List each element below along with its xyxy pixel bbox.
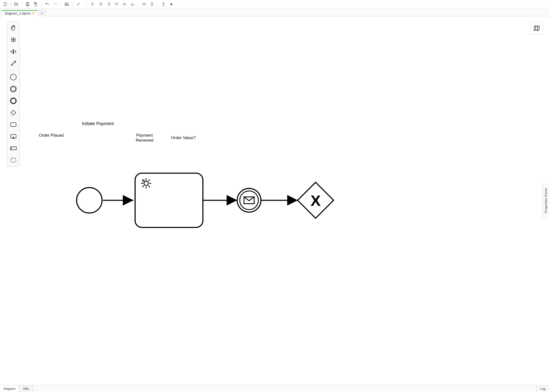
svg-rect-16 [117,3,118,4]
dirty-indicator-icon [32,12,35,15]
file-tab[interactable]: diagram_1.bpmn [1,10,38,16]
distribute-v-button[interactable] [148,1,156,8]
intermediate-event-label[interactable]: Payment Received [130,133,159,143]
align-center-h-button[interactable] [97,1,105,8]
svg-point-30 [77,188,102,213]
create-subprocess[interactable] [7,131,19,142]
toolbar-separator [72,1,73,7]
toolbar-separator [158,1,158,7]
color-dropdown[interactable]: ▾ [83,3,85,5]
start-event-label[interactable]: Order Placed [37,133,65,138]
svg-rect-23 [142,3,143,5]
log-toggle[interactable]: Log [536,385,549,392]
svg-rect-56 [11,123,16,127]
top-toolbar: ▾ ▾ [0,0,549,8]
toolbar-separator [87,1,87,7]
toolbar-separator [138,1,138,7]
file-tabbar: diagram_1.bpmn + [0,8,549,16]
svg-rect-61 [10,147,16,150]
bottom-bar: Diagram XML Log [0,385,549,392]
global-connect-tool[interactable] [7,58,19,69]
save-all-button[interactable] [32,1,39,8]
create-end-event[interactable] [7,95,19,107]
save-button[interactable] [24,1,31,8]
open-file-button[interactable] [12,1,20,8]
service-task-node[interactable] [135,173,203,228]
svg-rect-6 [92,3,94,4]
diagram-view-tab[interactable]: Diagram [0,385,19,392]
svg-rect-22 [133,4,134,5]
svg-rect-28 [151,5,153,6]
diagram-canvas[interactable]: X Order Placed Initiate Payment Payment … [0,16,549,385]
gateway-x-icon: X [311,192,321,209]
align-left-button[interactable] [89,1,97,8]
distribute-h-button[interactable] [140,1,148,8]
create-start-event[interactable] [7,71,19,83]
align-bottom-button[interactable] [129,1,136,8]
create-task[interactable] [7,119,19,131]
svg-rect-55 [11,110,16,115]
svg-point-53 [11,87,16,91]
tab-label: diagram_1.bpmn [5,11,31,15]
editor-main: X Order Placed Initiate Payment Payment … [0,16,549,385]
create-gateway[interactable] [7,107,19,119]
gateway-label[interactable]: Order Value? [168,135,199,140]
properties-panel-label: Properties Panel [544,188,548,213]
minimap-toggle[interactable] [530,22,543,35]
svg-point-54 [11,98,16,104]
toolbar-separator [41,1,42,7]
new-file-dropdown[interactable]: ▾ [9,3,12,5]
svg-rect-25 [145,3,146,5]
toolbar-separator [22,1,22,7]
palette-separator [8,70,18,70]
toolbar-separator [61,1,61,7]
element-palette [7,22,20,166]
create-participant[interactable] [7,142,19,154]
svg-rect-26 [151,2,153,3]
svg-rect-0 [27,2,28,3]
space-tool[interactable] [7,46,19,58]
color-button[interactable] [75,1,82,8]
svg-rect-24 [144,3,145,5]
svg-point-51 [10,74,16,80]
bpmn-diagram-svg: X [0,16,549,385]
deploy-button[interactable] [160,1,167,8]
properties-panel-toggle[interactable]: Properties Panel [543,184,549,218]
svg-rect-15 [115,3,116,5]
undo-button[interactable] [43,1,51,8]
align-top-button[interactable] [113,1,120,8]
align-center-v-button[interactable] [121,1,128,8]
lasso-tool[interactable] [7,34,19,46]
svg-rect-27 [151,4,153,4]
svg-rect-63 [11,158,16,162]
svg-rect-2 [35,3,36,3]
hand-tool[interactable] [7,22,19,34]
svg-rect-7 [92,4,93,5]
run-button[interactable] [168,1,175,8]
intermediate-event-node[interactable] [237,188,261,212]
svg-rect-12 [108,3,110,4]
start-event-node[interactable] [77,188,102,213]
exclusive-gateway-node[interactable]: X [298,182,334,218]
create-group[interactable] [7,154,19,166]
export-image-button[interactable] [63,1,70,8]
svg-rect-1 [27,4,28,5]
new-file-button[interactable] [1,1,9,8]
task-label[interactable]: Initiate Payment [78,121,118,127]
create-intermediate-event[interactable] [7,83,19,95]
add-tab-button[interactable]: + [39,10,45,16]
redo-button[interactable] [51,1,59,8]
xml-view-tab[interactable]: XML [19,385,33,392]
svg-rect-21 [131,3,132,5]
bottom-spacer [33,385,536,392]
svg-rect-13 [108,4,110,5]
align-right-button[interactable] [105,1,112,8]
